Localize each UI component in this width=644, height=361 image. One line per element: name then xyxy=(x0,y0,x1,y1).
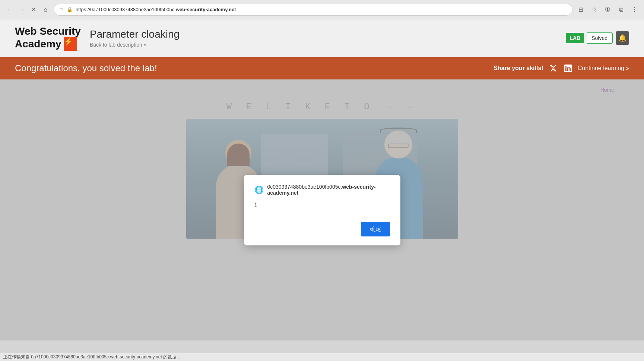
back-link-chevron: » xyxy=(144,42,147,48)
share-label: Share your skills! xyxy=(494,65,543,72)
status-text: 正在传输来自 0a71000c0309374880be3ae100fb005c.… xyxy=(3,354,180,360)
reload-button[interactable]: ✕ xyxy=(28,4,39,15)
browser-actions: ⊞ ☆ ① ⧉ ⋮ xyxy=(575,4,640,15)
logo-line1: Web Security xyxy=(15,25,81,37)
forward-button[interactable]: → xyxy=(16,4,27,15)
congrats-banner: Congratulations, you solved the lab! Sha… xyxy=(0,57,644,79)
dialog-box: 🌐 0c0309374880be3ae100fb005c.web-securit… xyxy=(244,175,400,245)
status-bar: 正在传输来自 0a71000c0309374880be3ae100fb005c.… xyxy=(0,353,644,361)
logo-line2: Academy xyxy=(15,38,61,50)
congrats-text: Congratulations, you solved the lab! xyxy=(15,63,485,73)
continue-label: Continue learning xyxy=(578,65,624,72)
twitter-icon[interactable] xyxy=(548,63,558,73)
lab-title: Parameter cloaking xyxy=(90,28,557,40)
logo-text: Web Security Academy ⚡ xyxy=(15,25,81,51)
page-wrapper: Web Security Academy ⚡ Parameter cloakin… xyxy=(0,19,644,361)
qr-button[interactable]: ⊞ xyxy=(575,4,586,15)
page-content: Home W E L I K E T O — — xyxy=(0,79,644,340)
dialog-url: 0c0309374880be3ae100fb005c.web-security-… xyxy=(267,184,390,196)
linkedin-icon[interactable] xyxy=(563,63,573,73)
globe-icon: 🌐 xyxy=(254,185,264,194)
lock-icon: 🔒 xyxy=(67,7,73,12)
shield-icon: 🛡 xyxy=(58,7,64,13)
share-section: Share your skills! Continue learning » xyxy=(494,63,629,73)
continue-learning-link[interactable]: Continue learning » xyxy=(578,65,629,72)
home-button[interactable]: ⌂ xyxy=(40,4,51,15)
nav-buttons: ← → ✕ ⌂ xyxy=(4,4,51,15)
alert-button[interactable]: 🔔 xyxy=(616,31,629,45)
dialog-footer: 确定 xyxy=(254,222,390,236)
solved-label: Solved xyxy=(587,32,613,44)
dialog-overlay: 🌐 0c0309374880be3ae100fb005c.web-securit… xyxy=(0,79,644,340)
bookmark-button[interactable]: ☆ xyxy=(589,4,599,15)
lab-title-section: Parameter cloaking Back to lab descripti… xyxy=(90,28,557,48)
menu-button[interactable]: ⋮ xyxy=(629,4,640,15)
lab-badge: LAB xyxy=(566,33,584,43)
lab-status: LAB Solved 🔔 xyxy=(566,31,629,45)
dialog-header: 🌐 0c0309374880be3ae100fb005c.web-securit… xyxy=(254,184,390,196)
continue-chevrons: » xyxy=(626,65,629,72)
confirm-button[interactable]: 确定 xyxy=(361,222,390,236)
back-to-lab-link[interactable]: Back to lab description » xyxy=(90,42,147,48)
address-text: https://0a71000c0309374880be3ae100fb005c… xyxy=(76,7,568,12)
back-link-text: Back to lab description xyxy=(90,42,142,48)
dialog-message: 1 xyxy=(254,202,390,213)
profile-button[interactable]: ① xyxy=(602,4,613,15)
extensions-button[interactable]: ⧉ xyxy=(616,4,626,15)
back-button[interactable]: ← xyxy=(4,4,15,15)
url-prefix: https://0a71000c0309374880be3ae100fb005c… xyxy=(76,7,176,12)
browser-chrome: ← → ✕ ⌂ 🛡 🔒 https://0a71000c0309374880be… xyxy=(0,0,644,19)
bell-icon: 🔔 xyxy=(618,34,626,42)
url-domain: web-security-academy.net xyxy=(176,7,236,12)
site-header: Web Security Academy ⚡ Parameter cloakin… xyxy=(0,19,644,57)
address-bar[interactable]: 🛡 🔒 https://0a71000c0309374880be3ae100fb… xyxy=(54,4,572,16)
logo-container: Web Security Academy ⚡ xyxy=(15,25,81,51)
logo-icon: ⚡ xyxy=(64,37,77,51)
dialog-url-prefix: 0c0309374880be3ae100fb005c. xyxy=(267,184,342,190)
